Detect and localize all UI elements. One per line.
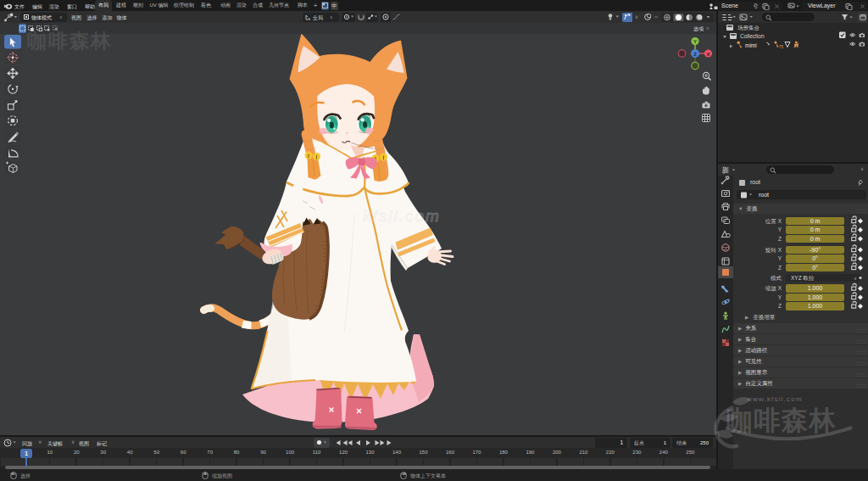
svg-text:X: X [706, 52, 709, 57]
svg-text:Collection: Collection [740, 33, 765, 39]
svg-text:Z: Z [693, 52, 697, 57]
svg-text:mimi: mimi [745, 42, 757, 48]
svg-text:75: 75 [779, 45, 784, 49]
svg-text:Y: Y [693, 39, 697, 44]
svg-text:场景集合: 场景集合 [737, 25, 760, 31]
